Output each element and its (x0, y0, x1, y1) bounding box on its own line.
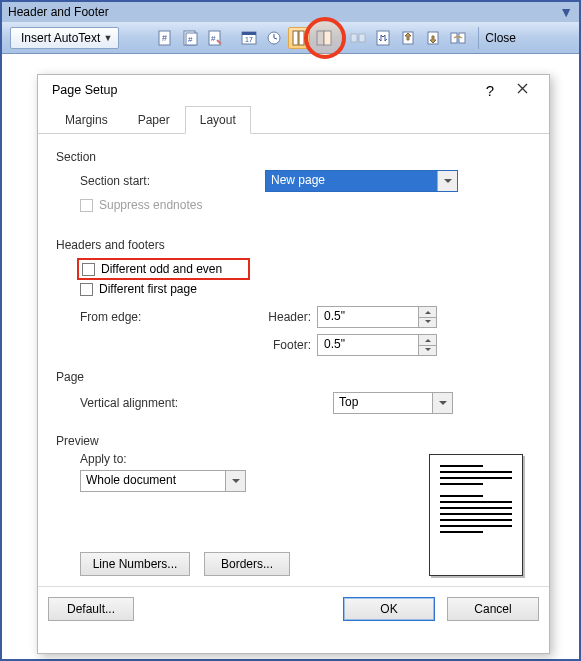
svg-text:#: # (211, 34, 216, 43)
cancel-button[interactable]: Cancel (447, 597, 539, 621)
borders-button[interactable]: Borders... (204, 552, 290, 576)
header-spin[interactable]: 0.5" (317, 306, 437, 328)
close-icon (517, 83, 528, 94)
toolbar-title-text: Header and Footer (8, 5, 109, 19)
ok-button[interactable]: OK (343, 597, 435, 621)
toolbar-close-label: Close (485, 31, 516, 45)
page-setup-dialog: Page Setup ? Margins Paper Layout Sectio… (37, 74, 550, 654)
checkbox-icon (80, 283, 93, 296)
dialog-title-text: Page Setup (52, 83, 117, 97)
toolbar-icon-group: # # # 17 (154, 27, 516, 49)
insert-pages-count-icon[interactable]: # (179, 27, 201, 49)
svg-rect-13 (317, 31, 324, 45)
svg-rect-12 (299, 31, 304, 45)
toolbar-close-button[interactable]: Close (478, 27, 516, 49)
spin-down-icon[interactable] (419, 318, 436, 328)
different-odd-even-check[interactable]: Different odd and even (82, 262, 222, 276)
spin-down-icon[interactable] (419, 346, 436, 356)
tab-layout[interactable]: Layout (185, 106, 251, 134)
hf-group-label: Headers and footers (56, 238, 531, 252)
insert-date-icon[interactable]: 17 (238, 27, 260, 49)
dropdown-triangle-icon[interactable]: ▼ (559, 4, 573, 20)
suppress-endnotes-label: Suppress endnotes (99, 198, 202, 212)
checkbox-icon (80, 199, 93, 212)
svg-text:17: 17 (245, 36, 253, 43)
annotation-red-box: Different odd and even (77, 258, 250, 280)
help-button[interactable]: ? (475, 82, 505, 99)
caret-down-icon: ▼ (103, 33, 112, 43)
insert-time-icon[interactable] (263, 27, 285, 49)
different-first-page-check[interactable]: Different first page (80, 282, 197, 296)
apply-to-combo[interactable]: Whole document (80, 470, 246, 492)
svg-rect-16 (359, 34, 365, 42)
section-start-combo[interactable]: New page (265, 170, 458, 192)
different-first-page-label: Different first page (99, 282, 197, 296)
insert-autotext-button[interactable]: Insert AutoText ▼ (10, 27, 119, 49)
section-start-value: New page (266, 171, 437, 191)
svg-text:#: # (188, 35, 193, 44)
header-label: Header: (265, 310, 317, 324)
format-page-number-icon[interactable]: # (204, 27, 226, 49)
svg-rect-11 (293, 31, 298, 45)
preview-group-label: Preview (56, 434, 531, 448)
footer-label: Footer: (265, 338, 317, 352)
svg-text:#: # (162, 33, 167, 43)
dropdown-icon[interactable] (225, 471, 245, 491)
tab-strip: Margins Paper Layout (38, 105, 549, 134)
header-value: 0.5" (318, 307, 418, 327)
svg-rect-14 (324, 31, 331, 45)
valign-value: Top (334, 393, 432, 413)
hf-toolbar-title: Header and Footer ▼ (2, 2, 579, 22)
show-previous-icon[interactable] (397, 27, 419, 49)
svg-rect-17 (377, 31, 389, 45)
default-button[interactable]: Default... (48, 597, 134, 621)
show-hide-doc-icon[interactable] (313, 27, 335, 49)
apply-to-value: Whole document (81, 471, 225, 491)
dropdown-icon[interactable] (437, 171, 457, 191)
hf-toolbar: Insert AutoText ▼ # # # 17 (2, 22, 579, 54)
tab-margins[interactable]: Margins (50, 106, 123, 134)
footer-spin[interactable]: 0.5" (317, 334, 437, 356)
section-start-label: Section start: (80, 174, 265, 188)
svg-rect-15 (351, 34, 357, 42)
page-group-label: Page (56, 370, 531, 384)
page-preview-icon (429, 454, 523, 576)
valign-label: Vertical alignment: (80, 396, 333, 410)
tab-paper[interactable]: Paper (123, 106, 185, 134)
spin-up-icon[interactable] (419, 335, 436, 346)
suppress-endnotes-check: Suppress endnotes (80, 198, 202, 212)
checkbox-icon (82, 263, 95, 276)
page-setup-icon[interactable] (288, 27, 310, 49)
different-odd-even-label: Different odd and even (101, 262, 222, 276)
line-numbers-button[interactable]: Line Numbers... (80, 552, 190, 576)
apply-to-label: Apply to: (56, 452, 429, 466)
close-button[interactable] (505, 83, 539, 97)
dialog-titlebar: Page Setup ? (38, 75, 549, 105)
svg-rect-8 (242, 32, 256, 35)
insert-page-number-icon[interactable]: # (154, 27, 176, 49)
show-next-icon[interactable] (422, 27, 444, 49)
insert-autotext-label: Insert AutoText (21, 31, 100, 45)
same-as-previous-icon[interactable] (347, 27, 369, 49)
dialog-footer: Default... OK Cancel (38, 586, 549, 631)
dropdown-icon[interactable] (432, 393, 452, 413)
spin-up-icon[interactable] (419, 307, 436, 318)
from-edge-label: From edge: (80, 310, 265, 324)
switch-header-footer-icon[interactable] (372, 27, 394, 49)
valign-combo[interactable]: Top (333, 392, 453, 414)
link-to-previous-icon[interactable] (447, 27, 469, 49)
footer-value: 0.5" (318, 335, 418, 355)
section-group-label: Section (56, 150, 531, 164)
